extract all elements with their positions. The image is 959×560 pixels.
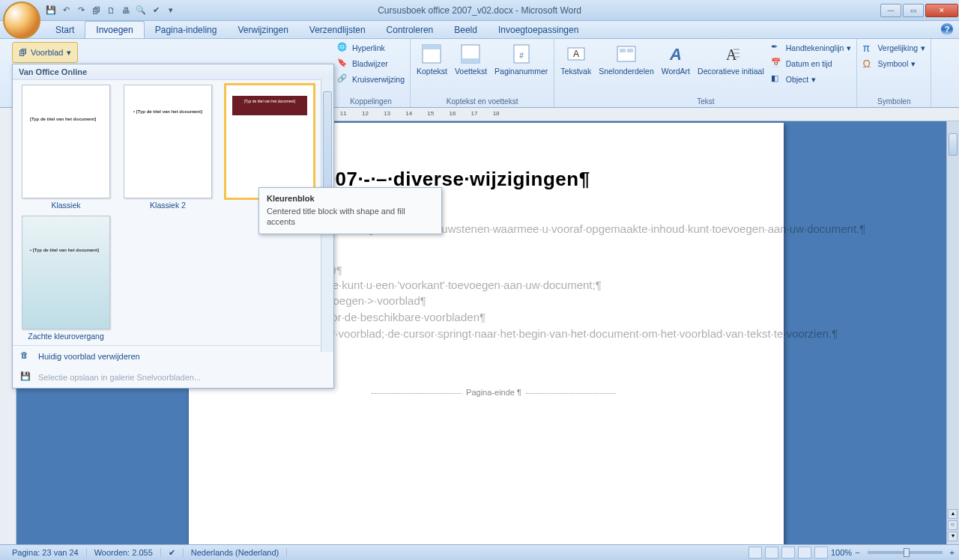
qat-icon[interactable]: 🗐 bbox=[90, 4, 102, 16]
symbool-button[interactable]: ΩSymbool ▾ bbox=[860, 56, 928, 71]
bookmark-icon: 🔖 bbox=[337, 58, 349, 70]
help-button[interactable]: ? bbox=[941, 23, 953, 35]
gal-caption-zachte: Zachte kleurovergang bbox=[28, 332, 104, 341]
snelonderdelen-button[interactable]: Snelonderdelen bbox=[596, 40, 657, 78]
symbool-label: Symbool bbox=[877, 59, 908, 68]
date-icon: 📅 bbox=[771, 58, 783, 70]
thumb-color-bar: [Typ de titel van het document] bbox=[232, 96, 307, 115]
qat-new-icon[interactable]: 🗋 bbox=[105, 4, 117, 16]
doc-li2: Scroll·door·de·beschikbare·voorbladen¶ bbox=[288, 309, 731, 326]
vertical-scrollbar[interactable]: ▴ ○ ▾ bbox=[946, 121, 959, 544]
status-words[interactable]: Woorden: 2.055 bbox=[87, 548, 161, 557]
voettekst-button[interactable]: Voettekst bbox=[452, 40, 490, 78]
wordart-button[interactable]: A WordArt bbox=[659, 40, 693, 78]
office-button[interactable] bbox=[3, 1, 40, 39]
doc-li1: Lint·>·invoegen·>·voorblad¶ bbox=[288, 293, 731, 309]
remove-current-cover[interactable]: 🗑 Huidig voorblad verwijderen bbox=[13, 346, 333, 367]
thumb-gradient bbox=[22, 216, 109, 329]
vergelijking-label: Vergelijking bbox=[877, 43, 918, 52]
remove-current-cover-label: Huidig voorblad verwijderen bbox=[38, 352, 140, 361]
datum-tijd-button[interactable]: 📅Datum en tijd bbox=[769, 56, 854, 71]
crossref-icon: 🔗 bbox=[337, 73, 349, 85]
group-label-koppelingen: Koppelingen bbox=[335, 96, 407, 107]
titlebar: 💾 ↶ ↷ 🗐 🗋 🖶 🔍 ✔ ▾ Cursusboek office 2007… bbox=[0, 0, 959, 21]
zoom-slider[interactable] bbox=[868, 551, 943, 554]
group-label-kopvoet: Koptekst en voettekst bbox=[414, 96, 551, 107]
tab-beeld[interactable]: Beeld bbox=[444, 22, 488, 38]
redo-icon[interactable]: ↷ bbox=[75, 4, 87, 16]
zoom-in-button[interactable]: + bbox=[950, 548, 955, 557]
tooltip-title: Kleurenblok bbox=[267, 194, 434, 203]
tab-controleren[interactable]: Controleren bbox=[376, 22, 444, 38]
voorblad-button[interactable]: 🗐 Voorblad ▾ bbox=[12, 42, 78, 63]
gal-item-klassiek[interactable]: [Typ de titel van het document] Klassiek bbox=[17, 85, 115, 210]
zoom-out-button[interactable]: − bbox=[855, 548, 859, 557]
window-controls: — ▭ ✕ bbox=[880, 4, 959, 17]
close-button[interactable]: ✕ bbox=[925, 4, 958, 17]
paginanummer-label: Paginanummer bbox=[494, 67, 548, 76]
kruisverwijzing-label: Kruisverwijzing bbox=[352, 75, 405, 84]
handtekeninglijn-button[interactable]: ✒Handtekeninglijn ▾ bbox=[769, 40, 854, 55]
tekstvak-button[interactable]: A Tekstvak bbox=[557, 40, 594, 78]
zoom-level[interactable]: 100% bbox=[831, 548, 852, 557]
tab-start[interactable]: Start bbox=[45, 22, 85, 38]
save-to-gallery-label: Selectie opslaan in galerie Snelvoorblad… bbox=[38, 373, 201, 382]
koptekst-button[interactable]: Koptekst bbox=[414, 40, 450, 78]
tab-verwijzingen[interactable]: Verwijzingen bbox=[227, 22, 298, 38]
gal-item-zachte[interactable]: • [Typ de titel van het document] Zachte… bbox=[17, 216, 115, 341]
gal-item-klassiek2[interactable]: • [Typ de titel van het document] Klassi… bbox=[119, 85, 217, 210]
hyperlink-button[interactable]: 🌐Hyperlink bbox=[335, 40, 407, 55]
save-icon[interactable]: 💾 bbox=[45, 4, 57, 16]
prev-page-button[interactable]: ▴ bbox=[948, 509, 958, 519]
gal-caption-klassiek: Klassiek bbox=[51, 201, 80, 210]
footer-icon bbox=[459, 42, 482, 66]
decoratieve-initiaal-label: Decoratieve initiaal bbox=[698, 67, 764, 76]
gallery-header: Van Office Online bbox=[13, 64, 333, 80]
kruisverwijzing-button[interactable]: 🔗Kruisverwijzing bbox=[335, 72, 407, 87]
handtekeninglijn-label: Handtekeninglijn bbox=[786, 43, 844, 52]
maximize-button[interactable]: ▭ bbox=[903, 4, 924, 17]
quick-access-toolbar: 💾 ↶ ↷ 🗐 🗋 🖶 🔍 ✔ ▾ bbox=[45, 4, 177, 16]
tab-verzendlijsten[interactable]: Verzendlijsten bbox=[299, 22, 376, 38]
vergelijking-button[interactable]: πVergelijking ▾ bbox=[860, 40, 928, 55]
qat-print-icon[interactable]: 🖶 bbox=[120, 4, 132, 16]
qat-spelling-icon[interactable]: ✔ bbox=[150, 4, 162, 16]
svg-rect-1 bbox=[423, 45, 441, 49]
view-fullscreen[interactable] bbox=[765, 547, 778, 559]
textbox-icon: A bbox=[564, 42, 588, 66]
view-printlayout[interactable] bbox=[748, 547, 762, 559]
next-page-button[interactable]: ▾ bbox=[948, 532, 958, 541]
status-language[interactable]: Nederlands (Nederland) bbox=[184, 548, 287, 557]
signature-icon: ✒ bbox=[771, 42, 783, 54]
view-draft[interactable] bbox=[814, 547, 828, 559]
paginanummer-button[interactable]: # Paginanummer bbox=[491, 40, 551, 78]
qat-preview-icon[interactable]: 🔍 bbox=[135, 4, 147, 16]
save-gallery-icon: 💾 bbox=[20, 371, 32, 383]
tekstvak-label: Tekstvak bbox=[560, 67, 591, 76]
gal-caption-klassiek2: Klassiek 2 bbox=[150, 201, 186, 210]
tab-invoegtoepassingen[interactable]: Invoegtoepassingen bbox=[488, 22, 589, 38]
decoratieve-initiaal-button[interactable]: A Decoratieve initiaal bbox=[695, 40, 767, 78]
browse-object-button[interactable]: ○ bbox=[948, 520, 958, 530]
gallery-footer: 🗑 Huidig voorblad verwijderen 💾 Selectie… bbox=[13, 345, 333, 388]
koptekst-label: Koptekst bbox=[417, 67, 447, 76]
qat-more-icon[interactable]: ▾ bbox=[165, 4, 177, 16]
bladwijzer-button[interactable]: 🔖Bladwijzer bbox=[335, 56, 407, 71]
status-proofing-icon[interactable]: ✔ bbox=[161, 548, 184, 558]
svg-text:A: A bbox=[726, 46, 737, 63]
datum-tijd-label: Datum en tijd bbox=[786, 59, 832, 68]
voorblad-label: Voorblad bbox=[31, 48, 63, 57]
tab-pagina-indeling[interactable]: Pagina-indeling bbox=[145, 22, 228, 38]
minimize-button[interactable]: — bbox=[880, 4, 901, 17]
view-web[interactable] bbox=[781, 547, 795, 559]
svg-rect-9 bbox=[620, 49, 626, 52]
zoom-slider-thumb[interactable] bbox=[904, 548, 910, 557]
tooltip-body: Centered title block with shape and fill… bbox=[267, 206, 434, 228]
object-button[interactable]: ◧Object ▾ bbox=[769, 72, 854, 87]
view-outline[interactable] bbox=[798, 547, 811, 559]
svg-rect-10 bbox=[627, 49, 633, 52]
tab-invoegen[interactable]: Invoegen bbox=[85, 21, 144, 38]
scrollbar-thumb[interactable] bbox=[949, 133, 958, 156]
undo-icon[interactable]: ↶ bbox=[60, 4, 72, 16]
status-page[interactable]: Pagina: 23 van 24 bbox=[4, 548, 87, 557]
